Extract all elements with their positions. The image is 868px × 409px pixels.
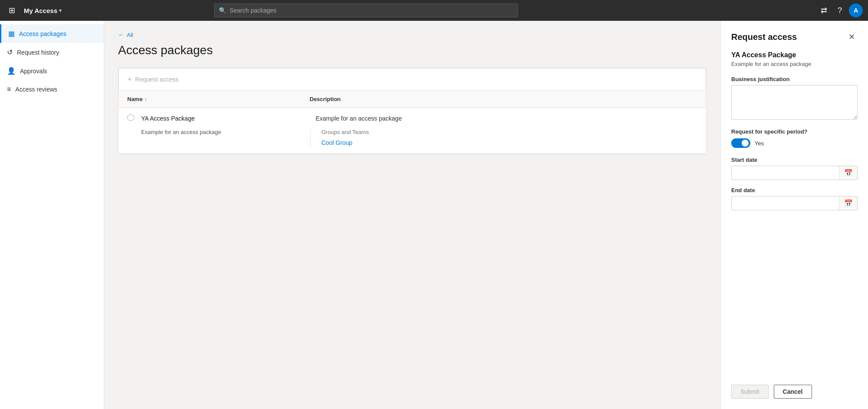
network-icon[interactable]: ⇄ xyxy=(817,4,831,17)
top-nav: ⊞ My Access ▾ 🔍 ⇄ ? A xyxy=(0,0,868,21)
breadcrumb[interactable]: ← All xyxy=(118,31,706,38)
search-icon: 🔍 xyxy=(219,7,226,14)
row-radio[interactable] xyxy=(127,114,134,121)
resource-link[interactable]: Cool Group xyxy=(321,139,353,146)
sidebar-item-access-packages[interactable]: ▦ Access packages xyxy=(0,24,104,43)
table-header: Name ↑ Description xyxy=(119,91,706,108)
start-date-input[interactable] xyxy=(732,167,839,179)
submit-button[interactable]: Submit xyxy=(731,385,769,399)
request-access-add[interactable]: + Request access xyxy=(119,68,706,91)
radio-col xyxy=(127,114,136,123)
body-layout: ▦ Access packages ↺ Request history 👤 Ap… xyxy=(0,21,868,409)
app-title-text: My Access xyxy=(24,7,57,14)
panel-footer: Submit Cancel xyxy=(731,374,858,399)
packages-table: + Request access Name ↑ Description YA A… xyxy=(118,68,706,154)
app-title: My Access ▾ xyxy=(24,7,62,14)
end-date-calendar-icon[interactable]: 📅 xyxy=(839,196,857,210)
table-row: YA Access Package Example for an access … xyxy=(119,108,706,154)
avatar[interactable]: A xyxy=(849,3,863,17)
history-icon: ↺ xyxy=(7,48,13,56)
close-icon[interactable]: ✕ xyxy=(846,31,858,43)
end-date-label: End date xyxy=(731,187,858,193)
sidebar-item-approvals[interactable]: 👤 Approvals xyxy=(0,62,104,80)
right-panel: Request access ✕ YA Access Package Examp… xyxy=(720,21,868,409)
table-row-expanded: Example for an access package Groups and… xyxy=(119,129,706,154)
help-icon[interactable]: ? xyxy=(834,4,845,17)
sidebar-item-label: Request history xyxy=(17,49,59,56)
waffle-icon[interactable]: ⊞ xyxy=(5,4,19,17)
justification-label: Business justification xyxy=(731,76,858,82)
table-row-main: YA Access Package Example for an access … xyxy=(119,108,706,129)
col-name-header[interactable]: Name ↑ xyxy=(127,96,310,102)
specific-period-label: Request for specific period? xyxy=(731,128,858,135)
start-date-field: 📅 xyxy=(731,166,858,180)
cancel-button[interactable]: Cancel xyxy=(774,385,812,399)
sidebar-item-access-reviews[interactable]: ≡ Access reviews xyxy=(0,80,104,98)
search-input[interactable] xyxy=(230,7,513,14)
request-access-add-label: Request access xyxy=(135,76,178,83)
row-name: YA Access Package xyxy=(141,115,310,122)
main-content: ← All Access packages + Request access N… xyxy=(104,21,720,409)
end-date-field: 📅 xyxy=(731,196,858,210)
reviews-icon: ≡ xyxy=(7,85,11,93)
packages-icon: ▦ xyxy=(8,29,15,38)
sidebar-item-label: Approvals xyxy=(20,68,47,75)
sidebar-item-label: Access reviews xyxy=(15,86,57,93)
toggle-label: Yes xyxy=(755,140,764,147)
specific-period-toggle[interactable] xyxy=(731,138,750,148)
page-title: Access packages xyxy=(118,43,706,57)
sort-arrow-icon: ↑ xyxy=(144,97,147,102)
expanded-resources: Groups and Teams Cool Group xyxy=(310,129,697,147)
approvals-icon: 👤 xyxy=(7,67,16,75)
sidebar: ▦ Access packages ↺ Request history 👤 Ap… xyxy=(0,21,104,409)
resources-header: Groups and Teams xyxy=(321,129,697,135)
justification-textarea[interactable] xyxy=(731,85,858,120)
row-desc: Example for an access package xyxy=(316,115,697,122)
plus-icon: + xyxy=(128,75,132,83)
panel-package-name: YA Access Package xyxy=(731,51,858,59)
panel-package-desc: Example for an access package xyxy=(731,61,858,67)
search-bar: 🔍 xyxy=(214,3,518,17)
breadcrumb-text: All xyxy=(127,32,133,38)
expanded-desc: Example for an access package xyxy=(141,129,310,147)
start-date-label: Start date xyxy=(731,157,858,163)
sidebar-item-request-history[interactable]: ↺ Request history xyxy=(0,43,104,62)
back-arrow-icon: ← xyxy=(118,31,124,38)
sidebar-item-label: Access packages xyxy=(19,30,66,37)
panel-header: Request access ✕ xyxy=(731,31,858,43)
start-date-calendar-icon[interactable]: 📅 xyxy=(839,166,857,180)
end-date-input[interactable] xyxy=(732,197,839,209)
app-title-chevron-icon[interactable]: ▾ xyxy=(59,8,62,13)
right-icons: ⇄ ? A xyxy=(817,3,863,17)
panel-title: Request access xyxy=(731,32,797,42)
toggle-row: Yes xyxy=(731,138,858,148)
col-desc-header: Description xyxy=(310,96,697,102)
toggle-knob xyxy=(742,140,749,147)
